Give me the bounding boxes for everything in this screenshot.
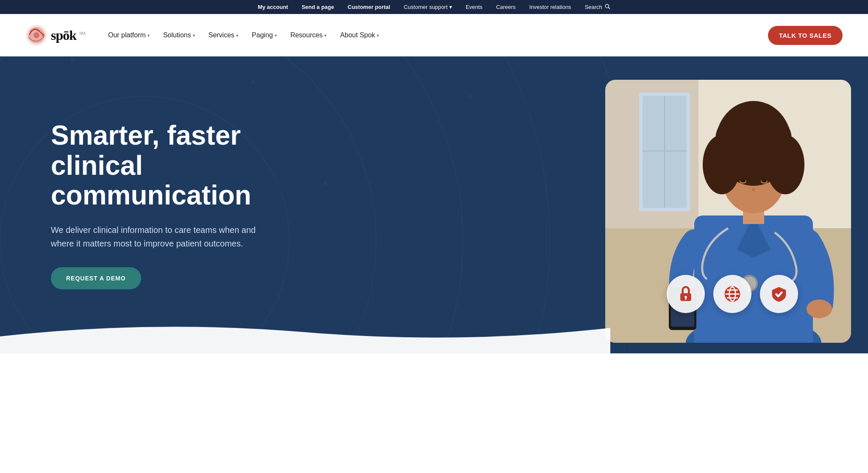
svg-point-37 xyxy=(740,179,746,182)
nav-paging[interactable]: Paging ▾ xyxy=(246,27,283,43)
svg-point-4 xyxy=(33,32,39,38)
hero-section: Smarter, faster clinical communication W… xyxy=(0,56,868,353)
nav-services[interactable]: Services ▾ xyxy=(203,27,244,43)
svg-point-17 xyxy=(323,181,328,185)
request-demo-button[interactable]: REQUEST A DEMO xyxy=(51,267,141,289)
globe-icon xyxy=(723,285,742,303)
customer-support-link[interactable]: Customer support ▾ xyxy=(404,4,452,10)
shield-icon-circle xyxy=(760,275,798,313)
hero-content: Smarter, faster clinical communication W… xyxy=(0,87,297,323)
hero-subtitle: We deliver clinical information to care … xyxy=(51,223,263,250)
svg-point-12 xyxy=(251,80,255,84)
nav-solutions[interactable]: Solutions ▾ xyxy=(157,27,201,43)
globe-icon-circle xyxy=(713,275,751,313)
logo-icon xyxy=(25,24,47,46)
lock-icon xyxy=(676,285,695,303)
chevron-down-icon: ▾ xyxy=(275,33,277,38)
customer-portal-link[interactable]: Customer portal xyxy=(348,4,390,10)
events-link[interactable]: Events xyxy=(466,4,483,10)
send-a-page-link[interactable]: Send a page xyxy=(302,4,334,10)
search-icon xyxy=(604,3,610,11)
svg-rect-45 xyxy=(685,297,687,300)
chevron-down-icon: ▾ xyxy=(236,33,238,38)
hero-photo xyxy=(605,80,851,343)
lock-icon-circle xyxy=(667,275,705,313)
svg-point-10 xyxy=(70,58,75,62)
svg-point-38 xyxy=(762,179,767,182)
talk-to-sales-button[interactable]: TALK TO SALES xyxy=(768,26,843,45)
svg-point-42 xyxy=(807,299,832,318)
careers-link[interactable]: Careers xyxy=(496,4,515,10)
investor-relations-link[interactable]: Investor relations xyxy=(529,4,571,10)
chevron-down-icon: ▾ xyxy=(193,33,195,38)
my-account-link[interactable]: My account xyxy=(258,4,288,10)
chevron-down-icon: ▾ xyxy=(449,4,452,10)
nav-links: Our platform ▾ Solutions ▾ Services ▾ Pa… xyxy=(102,27,768,43)
nav-our-platform[interactable]: Our platform ▾ xyxy=(102,27,156,43)
main-navigation: spōk SM Our platform ▾ Solutions ▾ Servi… xyxy=(0,14,868,56)
svg-point-34 xyxy=(758,118,792,160)
hero-image-area xyxy=(417,56,868,353)
top-bar: My account Send a page Customer portal C… xyxy=(0,0,868,14)
svg-line-1 xyxy=(608,8,609,9)
svg-point-33 xyxy=(715,118,749,160)
chevron-down-icon: ▾ xyxy=(377,33,379,38)
chevron-down-icon: ▾ xyxy=(147,33,150,38)
security-icons-group xyxy=(667,275,798,313)
hero-title: Smarter, faster clinical communication xyxy=(51,120,263,210)
nav-about-spok[interactable]: About Spok ▾ xyxy=(334,27,385,43)
logo-link[interactable]: spōk SM xyxy=(25,24,85,46)
chevron-down-icon: ▾ xyxy=(324,33,326,38)
nav-resources[interactable]: Resources ▾ xyxy=(284,27,332,43)
shield-check-icon xyxy=(770,285,788,303)
logo-text: spōk SM xyxy=(51,28,85,43)
search-link[interactable]: Search xyxy=(585,3,610,11)
